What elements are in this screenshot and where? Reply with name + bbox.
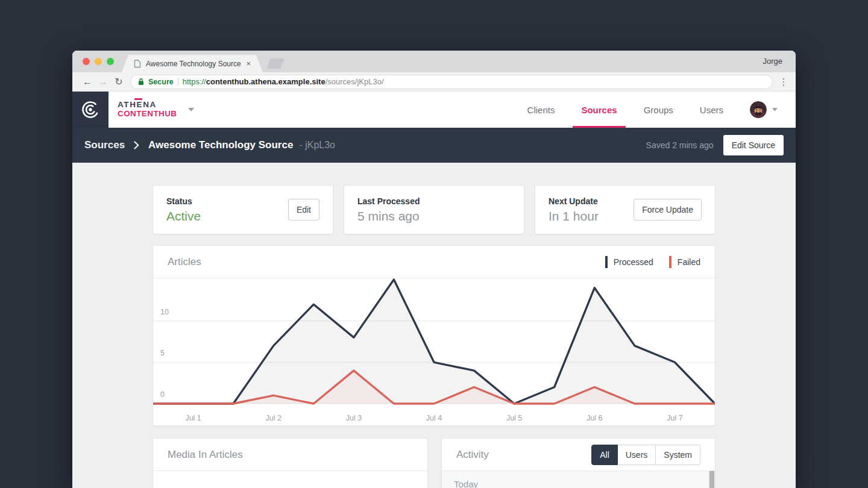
window-close-button[interactable]: [83, 58, 90, 65]
lock-icon: [138, 78, 144, 86]
last-processed-label: Last Processed: [357, 196, 420, 206]
legend-processed-swatch: [605, 256, 608, 268]
breadcrumb-sources-link[interactable]: Sources: [84, 139, 125, 151]
activity-scrollbar-thumb[interactable]: [709, 471, 714, 488]
next-update-card: Next Update In 1 hour Force Update: [535, 185, 715, 234]
tab-title: Awesome Technology Source -: [146, 60, 241, 68]
svg-text:Jul 6: Jul 6: [587, 414, 602, 422]
svg-text:Jul 3: Jul 3: [346, 414, 362, 422]
brand-macron-accent: [134, 98, 142, 100]
activity-group-header: Today: [442, 471, 715, 488]
status-value: Active: [166, 209, 201, 224]
brand-line-2: CONTENTHUB: [118, 110, 177, 119]
articles-chart-card: Articles Processed Failed 0510Jul 1Jul 2…: [153, 245, 715, 426]
url-separator: [178, 78, 178, 86]
brand-wordmark[interactable]: ATHENA CONTENTHUB: [118, 101, 177, 119]
svg-text:Jul 4: Jul 4: [426, 414, 442, 422]
svg-text:Jul 2: Jul 2: [265, 414, 281, 422]
desktop-background: Awesome Technology Source - × Jorge ← → …: [0, 0, 868, 488]
next-update-label: Next Update: [549, 196, 599, 206]
user-avatar[interactable]: [750, 101, 767, 118]
activity-filter-system[interactable]: System: [656, 445, 700, 465]
chart-legend: Processed Failed: [605, 256, 700, 268]
legend-failed-swatch: [669, 256, 671, 268]
articles-card-header: Articles Processed Failed: [153, 246, 715, 278]
url-text[interactable]: https://contenthub.athena.example.site/s…: [183, 77, 384, 86]
media-in-articles-card: Media In Articles Jul 1 - Jul 7: [153, 438, 428, 488]
address-bar[interactable]: Secure https://contenthub.athena.example…: [130, 75, 773, 89]
next-update-value: In 1 hour: [549, 209, 599, 224]
breadcrumb-bar: Sources Awesome Technology Source - jKpL…: [72, 128, 796, 163]
primary-nav: Clients Sources Groups Users: [527, 92, 796, 128]
legend-failed: Failed: [669, 256, 700, 268]
last-processed-card: Last Processed 5 mins ago: [344, 185, 524, 234]
back-icon[interactable]: ←: [80, 77, 95, 87]
status-card: Status Active Edit: [153, 185, 333, 234]
brand-line-1: ATHENA: [118, 101, 177, 110]
svg-text:Jul 7: Jul 7: [667, 414, 682, 422]
main-content: Status Active Edit Last Processed 5 mins…: [72, 163, 796, 488]
legend-processed-label: Processed: [614, 257, 653, 267]
forward-icon: →: [95, 77, 111, 87]
nav-item-clients[interactable]: Clients: [527, 92, 555, 128]
svg-text:Jul 5: Jul 5: [506, 414, 522, 422]
activity-filter-group: All Users System: [591, 445, 700, 465]
media-date-range: Jul 1 - Jul 7: [153, 471, 427, 488]
svg-text:0: 0: [160, 390, 165, 399]
nav-item-sources[interactable]: Sources: [581, 92, 617, 128]
window-zoom-button[interactable]: [107, 58, 114, 65]
url-path: /sources/jKpL3o/: [326, 77, 384, 86]
legend-failed-label: Failed: [678, 257, 700, 267]
browser-menu-icon[interactable]: ⋮: [779, 77, 788, 87]
browser-tab-strip: Awesome Technology Source - × Jorge: [72, 51, 796, 72]
reload-icon[interactable]: ↻: [111, 76, 127, 87]
svg-text:Jul 1: Jul 1: [185, 414, 201, 422]
activity-card-header: Activity All Users System: [442, 439, 715, 471]
app-header: ATHENA CONTENTHUB Clients Sources Groups…: [72, 92, 796, 128]
brand-dropdown-caret-icon[interactable]: [188, 108, 194, 111]
source-id: - jKpL3o: [299, 140, 335, 151]
activity-card-title: Activity: [456, 449, 489, 461]
media-card-title: Media In Articles: [168, 449, 243, 461]
svg-text:10: 10: [160, 308, 169, 316]
browser-tab[interactable]: Awesome Technology Source - ×: [122, 55, 263, 72]
nav-item-users[interactable]: Users: [700, 92, 723, 128]
url-scheme: https://: [183, 77, 206, 86]
user-menu[interactable]: [750, 101, 778, 118]
media-card-header: Media In Articles: [153, 439, 427, 471]
new-tab-button[interactable]: [266, 58, 285, 69]
last-processed-value: 5 mins ago: [357, 209, 420, 224]
user-menu-caret-icon: [772, 108, 778, 111]
activity-scrollbar[interactable]: [708, 471, 714, 488]
legend-processed: Processed: [605, 256, 653, 268]
activity-card: Activity All Users System Today: [441, 438, 715, 488]
activity-feed: Today: [442, 471, 715, 488]
svg-text:5: 5: [160, 349, 165, 357]
activity-filter-all[interactable]: All: [591, 445, 618, 465]
window-minimize-button[interactable]: [95, 58, 102, 65]
status-label: Status: [166, 196, 201, 206]
nav-item-groups[interactable]: Groups: [644, 92, 673, 128]
brand-logo[interactable]: [72, 92, 108, 128]
force-update-button[interactable]: Force Update: [634, 199, 702, 221]
summary-cards-row: Status Active Edit Last Processed 5 mins…: [153, 185, 715, 234]
window-controls: [83, 58, 114, 65]
articles-area-chart: 0510Jul 1Jul 2Jul 3Jul 4Jul 5Jul 6Jul 7: [153, 278, 715, 427]
browser-window: Awesome Technology Source - × Jorge ← → …: [72, 51, 796, 488]
browser-profile-name[interactable]: Jorge: [763, 57, 782, 66]
contenthub-logo-icon: [80, 99, 101, 120]
url-domain: contenthub.athena.example.site: [206, 77, 326, 86]
edit-status-button[interactable]: Edit: [288, 199, 319, 221]
page-title: Awesome Technology Source: [148, 139, 293, 151]
secure-badge[interactable]: Secure: [148, 78, 174, 86]
page-favicon-icon: [134, 60, 141, 68]
browser-toolbar: ← → ↻ Secure https://contenthub.athena.e…: [72, 72, 796, 92]
articles-card-title: Articles: [168, 256, 201, 268]
saved-status: Saved 2 mins ago: [646, 140, 714, 150]
breadcrumb-chevron-icon: [134, 141, 139, 149]
edit-source-button[interactable]: Edit Source: [723, 135, 784, 155]
tab-close-icon[interactable]: ×: [246, 59, 251, 68]
activity-filter-users[interactable]: Users: [618, 445, 656, 465]
